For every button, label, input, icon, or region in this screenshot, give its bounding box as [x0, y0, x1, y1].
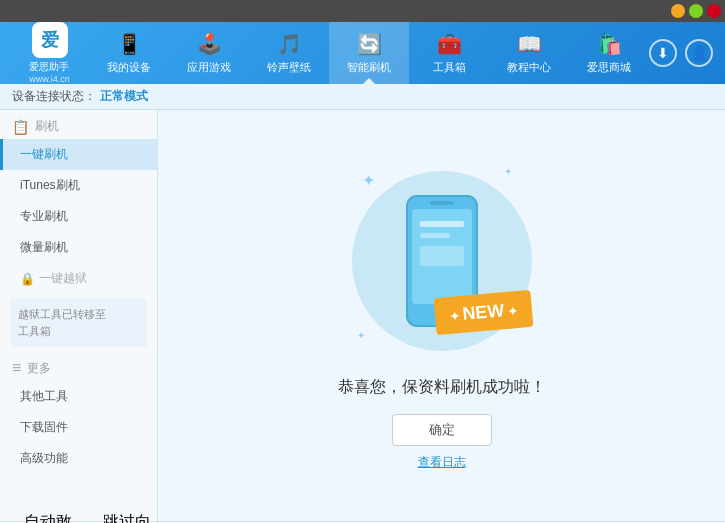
ringtones-icon: 🎵 [277, 32, 302, 56]
nav-store[interactable]: 🛍️ 爱思商城 [569, 22, 649, 84]
logo-icon: 爱 [32, 22, 68, 58]
sidebar-item-other-tools[interactable]: 其他工具 [0, 381, 157, 412]
more-section-icon: ≡ [12, 359, 21, 377]
sparkle-icon-3: ✦ [357, 330, 365, 341]
minimize-button[interactable] [671, 4, 685, 18]
main-area: 📋 刷机 一键刷机 iTunes刷机 专业刷机 微量刷机 🔒 一键越狱 越狱工具… [0, 110, 725, 521]
svg-rect-3 [430, 201, 454, 205]
sidebar-item-itunes-flash[interactable]: iTunes刷机 [0, 170, 157, 201]
sidebar-section-flash: 📋 刷机 [0, 110, 157, 139]
toolbox-icon: 🧰 [437, 32, 462, 56]
header: 爱 爱思助手 www.i4.cn 📱 我的设备 🕹️ 应用游戏 🎵 铃声壁纸 🔄… [0, 22, 725, 84]
skip-wizard-label: 跳过向导 [103, 512, 158, 524]
flash-section-icon: 📋 [12, 119, 29, 135]
phone-illustration: ✦ ✦ ✦ NEW [342, 161, 542, 361]
sidebar-item-one-key-flash[interactable]: 一键刷机 [0, 139, 157, 170]
sidebar-section-more: ≡ 更多 [0, 351, 157, 381]
nav-toolbox[interactable]: 🧰 工具箱 [409, 22, 489, 84]
nav-ringtones[interactable]: 🎵 铃声壁纸 [249, 22, 329, 84]
nav-apps-games-label: 应用游戏 [187, 60, 231, 75]
svg-rect-4 [420, 221, 464, 227]
auto-flash-label: 自动敢运 [24, 512, 79, 524]
sidebar-item-pro-flash[interactable]: 专业刷机 [0, 201, 157, 232]
nav-right: ⬇ 👤 [649, 39, 725, 67]
sparkle-icon: ✦ [362, 171, 375, 190]
lock-icon: 🔒 [20, 272, 35, 286]
svg-rect-5 [420, 233, 450, 238]
skip-wizard-checkbox-label[interactable]: 跳过向导 [87, 512, 158, 524]
title-bar [0, 0, 725, 22]
content-area: ✦ ✦ ✦ NEW 恭喜您，保资料刷机成功啦！ 确定 [158, 110, 725, 521]
status-value: 正常模式 [100, 88, 148, 105]
log-link[interactable]: 查看日志 [418, 454, 466, 471]
tutorial-icon: 📖 [517, 32, 542, 56]
confirm-button[interactable]: 确定 [392, 414, 492, 446]
nav-tutorial[interactable]: 📖 教程中心 [489, 22, 569, 84]
user-button[interactable]: 👤 [685, 39, 713, 67]
nav-smart-flash-label: 智能刷机 [347, 60, 391, 75]
sparkle-icon-2: ✦ [504, 166, 512, 177]
sidebar: 📋 刷机 一键刷机 iTunes刷机 专业刷机 微量刷机 🔒 一键越狱 越狱工具… [0, 110, 158, 521]
apps-games-icon: 🕹️ [197, 32, 222, 56]
sidebar-section-jailbreak: 🔒 一键越狱 [0, 263, 157, 294]
nav-apps-games[interactable]: 🕹️ 应用游戏 [169, 22, 249, 84]
download-button[interactable]: ⬇ [649, 39, 677, 67]
status-label: 设备连接状态： [12, 88, 96, 105]
sidebar-item-advanced[interactable]: 高级功能 [0, 443, 157, 474]
nav-toolbox-label: 工具箱 [433, 60, 466, 75]
maximize-button[interactable] [689, 4, 703, 18]
sidebar-jailbreak-note: 越狱工具已转移至工具箱 [10, 298, 147, 347]
logo-text: 爱思助手 www.i4.cn [29, 60, 70, 84]
store-icon: 🛍️ [597, 32, 622, 56]
nav-bar: 📱 我的设备 🕹️ 应用游戏 🎵 铃声壁纸 🔄 智能刷机 🧰 工具箱 📖 教程中… [89, 22, 649, 84]
nav-store-label: 爱思商城 [587, 60, 631, 75]
nav-tutorial-label: 教程中心 [507, 60, 551, 75]
my-device-icon: 📱 [117, 32, 142, 56]
nav-my-device-label: 我的设备 [107, 60, 151, 75]
svg-rect-6 [420, 246, 464, 266]
logo: 爱 爱思助手 www.i4.cn [0, 22, 89, 84]
smart-flash-icon: 🔄 [357, 32, 382, 56]
sidebar-item-micro-flash[interactable]: 微量刷机 [0, 232, 157, 263]
nav-smart-flash[interactable]: 🔄 智能刷机 [329, 22, 409, 84]
nav-my-device[interactable]: 📱 我的设备 [89, 22, 169, 84]
status-bar: 设备连接状态： 正常模式 [0, 84, 725, 110]
close-button[interactable] [707, 4, 721, 18]
nav-ringtones-label: 铃声壁纸 [267, 60, 311, 75]
sidebar-item-download-firmware[interactable]: 下载固件 [0, 412, 157, 443]
auto-flash-checkbox-label[interactable]: 自动敢运 [8, 512, 79, 524]
success-text: 恭喜您，保资料刷机成功啦！ [338, 377, 546, 398]
new-badge: NEW [433, 289, 533, 334]
